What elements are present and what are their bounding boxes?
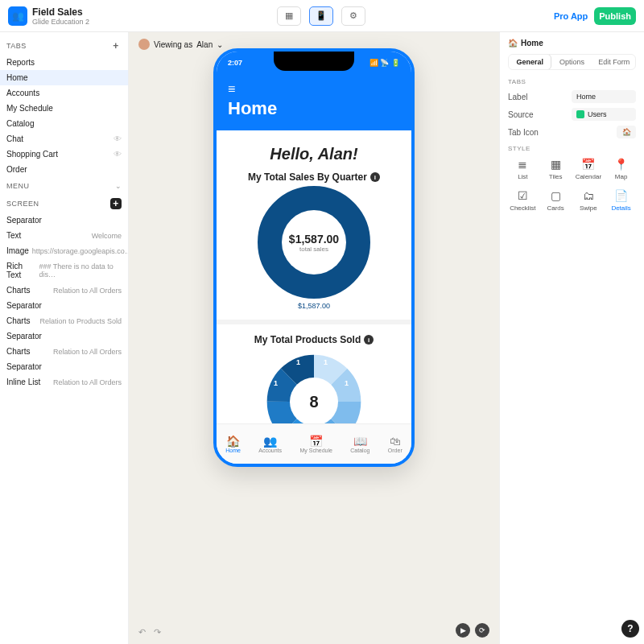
slice-label: 1 (296, 358, 300, 366)
tabs-config-header: TABS (508, 78, 636, 85)
row-label: Label Home (508, 90, 636, 103)
style-swipe[interactable]: 🗂Swipe (574, 188, 604, 212)
style-checklist[interactable]: ☑Checklist (508, 188, 538, 212)
play-button[interactable]: ▶ (456, 623, 470, 638)
phone-tabbar: 🏠Home 👥Accounts 📅My Schedule 📖Catalog 🛍O… (217, 423, 411, 464)
view-switcher: ▦ 📱 ⚙ (89, 6, 554, 26)
bag-icon: 🛍 (390, 435, 401, 448)
viewing-as[interactable]: Viewing as Alan ⌄ (138, 39, 223, 50)
topbar: 👥 Field Sales Glide Education 2 ▦ 📱 ⚙ Pr… (0, 0, 644, 32)
component-inline-list[interactable]: Inline ListRelation to All Orders (0, 374, 128, 390)
segmented-control: General Options Edit Form (508, 54, 636, 70)
menu-section-label: MENU (6, 182, 30, 190)
label-input[interactable]: Home (572, 90, 636, 103)
style-list[interactable]: ≣List (508, 157, 538, 180)
tab-reports[interactable]: Reports (0, 55, 128, 70)
seg-editform[interactable]: Edit Form (593, 55, 635, 69)
component-type: Separator (6, 301, 42, 310)
chart2-title: My Total Products Sold (254, 334, 361, 345)
tabicon-select[interactable]: 🏠 (617, 126, 636, 138)
tab-label: Home (6, 73, 28, 82)
tab-accounts[interactable]: Accounts (0, 85, 128, 101)
style-grid: ≣List ▦Tiles 📅Calendar 📍Map ☑Checklist ▢… (508, 157, 636, 212)
separator (217, 320, 411, 324)
component-text[interactable]: TextWelcome (0, 228, 128, 243)
pro-app-link[interactable]: Pro App (554, 11, 588, 21)
phone-notch (274, 52, 354, 71)
component-separator[interactable]: Separator (0, 328, 128, 344)
cards-icon: ▢ (547, 188, 564, 203)
tabbar-schedule[interactable]: 📅My Schedule (299, 435, 332, 453)
style-calendar[interactable]: 📅Calendar (574, 157, 604, 180)
tabbar-catalog[interactable]: 📖Catalog (350, 435, 369, 453)
tab-home[interactable]: Home (0, 70, 128, 85)
menu-icon[interactable]: ≡ (228, 82, 400, 97)
donut-chart-sales: $1,587.00 total sales (258, 186, 370, 299)
info-icon[interactable]: i (370, 172, 380, 182)
chart2-center: 8 (290, 378, 338, 426)
tab-catalog[interactable]: Catalog (0, 116, 128, 131)
tabbar-home[interactable]: 🏠Home (225, 435, 241, 453)
hidden-icon: 👁 (114, 150, 122, 159)
layout-view-button[interactable]: 📱 (309, 6, 333, 26)
viewing-as-prefix: Viewing as (154, 40, 192, 49)
add-tab-button[interactable]: + (110, 40, 122, 52)
undo-button[interactable]: ↶ (138, 627, 146, 638)
settings-view-button[interactable]: ⚙ (341, 6, 365, 26)
component-separator[interactable]: Separator (0, 213, 128, 228)
component-richtext[interactable]: Rich Text### There is no data to dis… (0, 258, 128, 283)
style-label: List (518, 173, 527, 180)
chart1-title: My Total Sales By Quarter (248, 171, 367, 183)
component-charts[interactable]: ChartsRelation to All Orders (0, 283, 128, 298)
add-component-button[interactable]: + (110, 198, 122, 209)
label-value: Home (576, 93, 596, 101)
component-charts[interactable]: ChartsRelation to All Orders (0, 344, 128, 359)
calendar-icon: 📅 (309, 435, 323, 448)
component-type: Charts (6, 347, 30, 356)
style-label: Details (611, 204, 630, 212)
tab-label: Order (6, 165, 27, 174)
tab-chat[interactable]: Chat👁 (0, 131, 128, 147)
info-icon[interactable]: i (364, 335, 374, 345)
source-value: Users (588, 110, 607, 118)
component-separator[interactable]: Separator (0, 298, 128, 313)
redo-button[interactable]: ↷ (154, 627, 161, 638)
chart1-sub: total sales (299, 246, 328, 253)
chevron-down-icon[interactable]: ⌄ (115, 182, 122, 190)
style-map[interactable]: 📍Map (606, 157, 636, 180)
calendar-icon: 📅 (580, 157, 597, 171)
style-label: Map (615, 173, 628, 180)
app-subtitle: Glide Education 2 (32, 18, 89, 26)
component-image[interactable]: Imagehttps://storage.googleapis.co… (0, 243, 128, 258)
seg-options[interactable]: Options (551, 55, 592, 69)
status-icons: 📶 📡 🔋 (369, 59, 400, 67)
chart1: $1,587.00 total sales $1,587.00 (225, 186, 403, 310)
data-view-button[interactable]: ▦ (277, 6, 301, 26)
tab-shopping-cart[interactable]: Shopping Cart👁 (0, 147, 128, 162)
component-type: Charts (6, 316, 30, 325)
source-select[interactable]: Users (572, 108, 636, 121)
topbar-right: Pro App Publish (554, 7, 636, 25)
tabbar-order[interactable]: 🛍Order (388, 435, 402, 453)
tab-label: Accounts (258, 448, 282, 453)
tab-label: Order (388, 448, 402, 453)
source-label: Source (508, 110, 534, 119)
style-cards[interactable]: ▢Cards (541, 188, 571, 212)
tab-label: My Schedule (299, 448, 332, 453)
tab-order[interactable]: Order (0, 162, 128, 177)
style-details[interactable]: 📄Details (606, 188, 636, 212)
slice-label: 1 (324, 358, 328, 366)
breadcrumb: 🏠 Home (508, 39, 636, 47)
seg-general[interactable]: General (508, 54, 551, 70)
component-charts[interactable]: ChartsRelation to Products Sold (0, 313, 128, 328)
tab-my-schedule[interactable]: My Schedule (0, 101, 128, 116)
tabbar-accounts[interactable]: 👥Accounts (258, 435, 282, 453)
reload-button[interactable]: ⟳ (475, 623, 489, 638)
component-hint: Welcome (92, 232, 122, 240)
home-icon: 🏠 (508, 39, 518, 47)
publish-button[interactable]: Publish (594, 7, 636, 25)
style-tiles[interactable]: ▦Tiles (541, 157, 571, 180)
help-button[interactable]: ? (621, 620, 639, 638)
chart2: 8 1 1 1 1 (225, 349, 403, 428)
component-separator[interactable]: Separator (0, 359, 128, 374)
